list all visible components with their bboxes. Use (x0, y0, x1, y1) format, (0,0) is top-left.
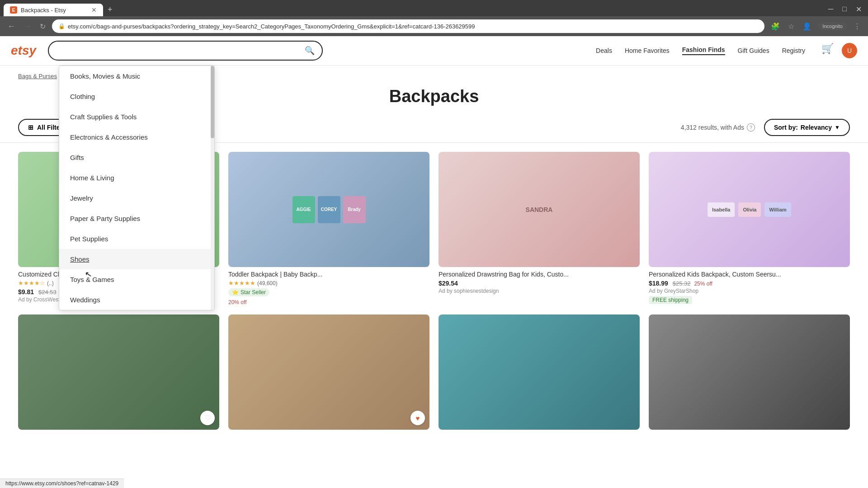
dropdown-item-books[interactable]: Books, Movies & Music (59, 66, 214, 86)
star-seller-label: Star Seller (241, 289, 266, 296)
status-bar: https://www.etsy.com/c/shoes?ref=catnav-… (0, 479, 124, 488)
etsy-logo[interactable]: etsy (11, 43, 36, 58)
price-line: $29.54 (439, 280, 640, 287)
product-card[interactable] (439, 314, 640, 430)
product-card[interactable] (649, 314, 850, 430)
star-badge-icon: ⭐ (232, 289, 239, 296)
dropdown-item-paper[interactable]: Paper & Party Supplies (59, 208, 214, 229)
sort-value: Relevancy (801, 124, 832, 131)
product-title: Personalized Kids Backpack, Custom Seers… (649, 271, 850, 278)
top-nav: etsy 🔍 Deals Home Favorites Fashion Find… (0, 36, 868, 66)
dropdown-item-electronics[interactable]: Electronics & Accessories (59, 127, 214, 147)
review-count: (49,600) (257, 280, 278, 286)
new-tab-button[interactable]: + (103, 5, 117, 16)
dropdown-item-craft[interactable]: Craft Supplies & Tools (59, 107, 214, 127)
review-count: (..) (47, 280, 54, 286)
url-bar[interactable]: 🔒 etsy.com/c/bags-and-purses/backpacks?o… (52, 19, 764, 33)
product-card[interactable]: ♥ (228, 314, 429, 430)
minimize-icon[interactable]: ─ (826, 4, 836, 14)
close-icon[interactable]: ✕ (853, 4, 864, 14)
ad-label: Ad by sophiesnestdesign (439, 288, 640, 294)
info-icon[interactable]: ? (747, 123, 755, 131)
search-bar[interactable]: 🔍 (48, 41, 323, 61)
star-rating: ★★★★★ (49,600) (228, 280, 429, 286)
nav-link-home-fav[interactable]: Home Favorites (625, 47, 670, 54)
free-shipping-badge: FREE shipping (649, 296, 692, 304)
wishlist-button[interactable]: ♡ (200, 411, 215, 425)
price-line: 20% off (228, 298, 429, 305)
scroll-track (211, 66, 214, 310)
nav-link-fashion[interactable]: Fashion Finds (682, 46, 725, 55)
search-input[interactable] (56, 47, 301, 54)
status-url: https://www.etsy.com/c/shoes?ref=catnav-… (5, 480, 118, 487)
cart-icon[interactable]: 🛒 (821, 43, 834, 58)
nav-link-gift[interactable]: Gift Guides (738, 47, 769, 54)
price-current: $29.54 (439, 280, 458, 287)
dropdown-scroll: Books, Movies & Music Clothing Craft Sup… (59, 66, 214, 310)
sort-button[interactable]: Sort by: Relevancy ▼ (764, 119, 850, 136)
product-title: Personalized Drawstring Bag for Kids, Cu… (439, 271, 640, 278)
price-original: $25.32 (673, 280, 691, 287)
sort-label: Sort by: (774, 124, 798, 131)
nav-links: Deals Home Favorites Fashion Finds Gift … (596, 46, 805, 55)
price-discount: 25% off (694, 281, 712, 287)
nav-link-deals[interactable]: Deals (596, 47, 612, 54)
category-dropdown: Books, Movies & Music Clothing Craft Sup… (59, 66, 215, 310)
lock-icon: 🔒 (58, 23, 65, 29)
product-card[interactable]: SANDRA Personalized Drawstring Bag for K… (439, 152, 640, 305)
dropdown-item-home[interactable]: Home & Living (59, 168, 214, 188)
product-card[interactable]: ♡ (18, 314, 219, 430)
wishlist-button[interactable]: ♥ (410, 411, 425, 425)
url-text: etsy.com/c/bags-and-purses/backpacks?ord… (68, 23, 758, 30)
price-current: $9.81 (18, 288, 34, 296)
product-card[interactable]: AGGIE COREY Brady Toddler Backpack | Bab… (228, 152, 429, 305)
price-current: $18.99 (649, 280, 668, 287)
price-line: $18.99 $25.32 25% off (649, 280, 850, 287)
back-button[interactable]: ← (5, 20, 17, 33)
maximize-icon[interactable]: □ (840, 4, 849, 14)
nav-icons: 🛒 U (821, 43, 857, 58)
scroll-thumb[interactable] (211, 66, 214, 138)
tab-title: Backpacks - Etsy (21, 7, 66, 14)
nav-link-registry[interactable]: Registry (782, 47, 805, 54)
profile-nav-icon[interactable]: U (842, 43, 857, 58)
star-seller-badge: ⭐ Star Seller (228, 288, 269, 296)
forward-button[interactable]: → (22, 20, 33, 33)
dropdown-item-weddings[interactable]: Weddings (59, 290, 214, 310)
tab-close-icon[interactable]: ✕ (91, 6, 97, 14)
bookmark-icon[interactable]: ☆ (786, 20, 796, 33)
price-original: $24.53 (38, 289, 57, 296)
sort-chevron-icon: ▼ (835, 124, 840, 131)
browser-tab[interactable]: E Backpacks - Etsy ✕ (4, 4, 103, 16)
dropdown-item-shoes[interactable]: Shoes (59, 249, 214, 269)
search-icon[interactable]: 🔍 (305, 46, 315, 56)
stars-icon: ★★★★★ (228, 280, 255, 286)
product-title: Toddler Backpack | Baby Backp... (228, 271, 429, 278)
incognito-badge: Incognito (818, 22, 847, 30)
dropdown-item-toys[interactable]: Toys & Games (59, 269, 214, 290)
ad-label: Ad by GreyStarShop (649, 288, 850, 294)
browser-chrome: E Backpacks - Etsy ✕ + ─ □ ✕ (0, 0, 868, 16)
dropdown-item-jewelry[interactable]: Jewelry (59, 188, 214, 208)
dropdown-item-gifts[interactable]: Gifts (59, 147, 214, 168)
dropdown-item-pet[interactable]: Pet Supplies (59, 229, 214, 249)
address-bar: ← → ↻ 🔒 etsy.com/c/bags-and-purses/backp… (0, 16, 868, 36)
price-discount: 20% off (228, 299, 246, 305)
tab-favicon: E (10, 6, 17, 14)
dropdown-item-clothing[interactable]: Clothing (59, 86, 214, 107)
menu-icon[interactable]: ⋮ (852, 20, 863, 33)
breadcrumb-parent[interactable]: Bags & Purses (18, 73, 57, 80)
reload-button[interactable]: ↻ (38, 20, 47, 33)
results-count: 4,312 results, with Ads (681, 124, 744, 131)
page-content: etsy 🔍 Deals Home Favorites Fashion Find… (0, 36, 868, 439)
extensions-icon[interactable]: 🧩 (769, 20, 782, 33)
profile-icon[interactable]: 👤 (801, 20, 813, 33)
product-card[interactable]: Isabella Olivia William Personalized Kid… (649, 152, 850, 305)
stars-icon: ★★★★☆ (18, 280, 45, 286)
filter-icon: ⊞ (28, 124, 33, 131)
